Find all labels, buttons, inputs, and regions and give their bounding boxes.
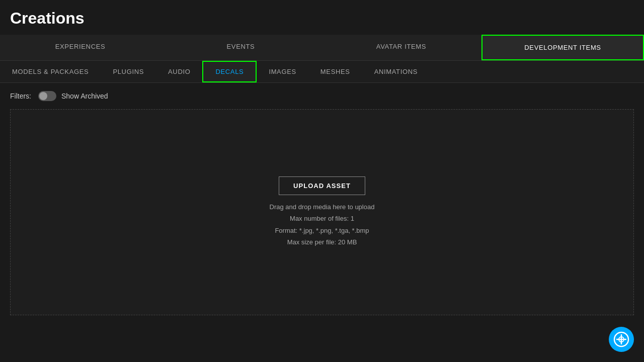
sub-nav-decals[interactable]: DECALS [202, 61, 257, 82]
nav-item-avatar-items[interactable]: AVATAR ITEMS [321, 35, 481, 60]
bottom-logo[interactable] [609, 327, 634, 352]
max-size-text: Max size per file: 20 MB [270, 236, 375, 248]
show-archived-label: Show Archived [61, 92, 108, 100]
filters-label: Filters: [10, 92, 31, 100]
sub-nav: MODELS & PACKAGES PLUGINS AUDIO DECALS I… [0, 61, 644, 83]
nav-item-events[interactable]: EVENTS [160, 35, 321, 60]
drop-zone-info: Drag and drop media here to upload Max n… [270, 201, 375, 248]
top-nav: EXPERIENCES EVENTS AVATAR ITEMS DEVELOPM… [0, 35, 644, 61]
nav-item-development-items[interactable]: DEVELOPMENT ITEMS [481, 35, 644, 60]
sub-nav-meshes[interactable]: MESHES [308, 61, 362, 82]
max-files-text: Max number of files: 1 [270, 213, 375, 224]
sub-nav-audio[interactable]: AUDIO [156, 61, 202, 82]
sub-nav-plugins[interactable]: PLUGINS [101, 61, 156, 82]
page-title: Creations [0, 0, 644, 35]
sub-nav-models-packages[interactable]: MODELS & PACKAGES [0, 61, 101, 82]
sub-nav-animations[interactable]: ANIMATIONS [362, 61, 430, 82]
upload-asset-button[interactable]: UPLOAD ASSET [279, 176, 365, 195]
sub-nav-images[interactable]: IMAGES [257, 61, 308, 82]
filters-bar: Filters: Show Archived [0, 83, 644, 109]
logo-icon[interactable] [609, 327, 634, 352]
nav-item-experiences[interactable]: EXPERIENCES [0, 35, 160, 60]
show-archived-toggle[interactable] [38, 91, 56, 101]
format-text: Format: *.jpg, *.png, *.tga, *.bmp [270, 225, 375, 236]
upload-drop-zone[interactable]: UPLOAD ASSET Drag and drop media here to… [10, 109, 634, 315]
drag-drop-text: Drag and drop media here to upload [270, 201, 375, 213]
